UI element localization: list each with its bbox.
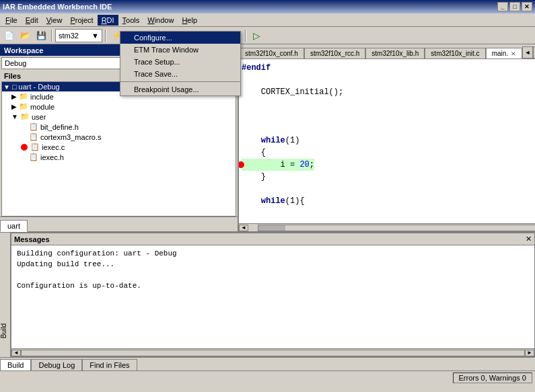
left-gutter: Build	[0, 233, 11, 357]
menu-window[interactable]: Window	[143, 15, 178, 26]
menu-configure[interactable]: Configure...	[120, 32, 240, 44]
code-text: while(1){	[242, 195, 305, 207]
build-tab-build[interactable]: Build	[0, 359, 31, 370]
code-editor[interactable]: #endif CORTEX_initial(); while(1) {	[239, 59, 535, 223]
tree-item-label: module	[30, 103, 55, 111]
menu-etm-trace-window[interactable]: ETM Trace Window	[120, 44, 240, 56]
tree-item-iexec-c[interactable]: 📋 iexec.c	[2, 142, 236, 152]
code-line-2	[242, 74, 535, 86]
message-line-1: Building configuration: uart - Debug	[17, 248, 529, 259]
save-button[interactable]: 💾	[34, 28, 48, 43]
target-dropdown[interactable]: stm32 ▼	[55, 29, 102, 42]
hscroll-track[interactable]	[258, 225, 535, 231]
file-icon: 📋	[29, 122, 38, 131]
menu-tools[interactable]: Tools	[118, 15, 144, 26]
tab-lib-h[interactable]: stm32f10x_lib.h	[365, 48, 425, 58]
toolbar-sep-1	[51, 30, 52, 42]
dropdown-arrow: ▼	[92, 32, 99, 40]
tab-conf-h[interactable]: stm32f10x_conf.h	[239, 48, 304, 58]
code-text: }	[242, 171, 266, 183]
bottom-hscroll-right[interactable]: ►	[525, 350, 534, 356]
minimize-button[interactable]: _	[497, 2, 508, 11]
code-line-4	[242, 98, 535, 110]
menu-view[interactable]: View	[42, 15, 67, 26]
tab-label: stm32f10x_lib.h	[371, 50, 419, 57]
menu-help[interactable]: Help	[178, 15, 201, 26]
file-icon: 📋	[29, 132, 38, 141]
run-button[interactable]: ▷	[249, 28, 264, 43]
tree-item-cortexm3[interactable]: 📋 cortexm3_macro.s	[2, 132, 236, 142]
tree-item-module[interactable]: ▶ 📁 module	[2, 102, 236, 112]
folder-icon: 📁	[20, 112, 30, 121]
breakpoint-marker	[21, 144, 28, 151]
close-button[interactable]: ✕	[522, 2, 532, 11]
tab-main[interactable]: main. ✕	[486, 48, 522, 59]
tab-init-c[interactable]: stm32f10x_init.c	[425, 48, 485, 58]
file-icon: 📋	[30, 143, 40, 151]
config-label: Debug	[5, 59, 26, 67]
menu-rdi[interactable]: RDI	[98, 15, 118, 26]
project-icon: □	[12, 83, 17, 91]
menu-separator	[120, 81, 240, 82]
bottom-panel-header: Messages ✕	[11, 233, 534, 245]
messages-title: Messages	[14, 235, 50, 243]
new-button[interactable]: 📄	[1, 28, 16, 43]
error-warning-status: Errors 0, Warnings 0	[453, 373, 532, 383]
open-button[interactable]: 📂	[17, 28, 32, 43]
message-line-4: Configuration is up-to-date.	[17, 280, 529, 291]
tree-item-label: bit_define.h	[40, 123, 79, 131]
bottom-panel-close[interactable]: ✕	[526, 235, 532, 243]
tree-item-iexec-h[interactable]: 📋 iexec.h	[2, 152, 236, 162]
menu-bar: File Edit View Project RDI Tools Window …	[0, 13, 535, 27]
tree-item-user[interactable]: ▼ 📁 user	[2, 112, 236, 122]
code-line-6	[242, 122, 535, 134]
hscroll-thumb	[258, 225, 285, 231]
bottom-outer: Build Messages ✕ Building configuration:…	[0, 233, 535, 357]
maximize-button[interactable]: □	[509, 2, 520, 11]
code-line-8: {	[242, 147, 535, 159]
tab-label: stm32f10x_init.c	[431, 50, 479, 57]
target-label: stm32	[59, 32, 79, 40]
expand-icon: ▼	[3, 83, 10, 91]
menu-project[interactable]: Project	[66, 15, 97, 26]
code-text: {	[242, 147, 266, 159]
window-controls: _ □ ✕	[497, 2, 532, 11]
code-line-5	[242, 110, 535, 122]
tab-close-icon[interactable]: ✕	[511, 50, 516, 57]
tab-rcc-h[interactable]: stm32f10x_rcc.h	[304, 48, 365, 58]
title-bar: IAR Embedded Workbench IDE _ □ ✕	[0, 0, 535, 13]
workspace-title: Workspace	[4, 46, 44, 54]
bottom-hscroll-track[interactable]	[21, 350, 525, 356]
build-tab-find-in-files[interactable]: Find in Files	[82, 359, 137, 370]
tree-item-bit-define[interactable]: 📋 bit_define.h	[2, 122, 236, 132]
expand-icon: ▶	[11, 103, 17, 110]
menu-breakpoint-usage[interactable]: Breakpoint Usage...	[120, 83, 240, 95]
toolbar-sep-4	[245, 30, 246, 42]
tab-scroll-left[interactable]: ◄	[522, 46, 533, 58]
code-panel: stm32f10x_conf.h stm32f10x_rcc.h stm32f1…	[239, 44, 535, 231]
toolbar-sep-2	[105, 30, 106, 42]
bottom-wrapper: Build Messages ✕ Building configuration:…	[0, 233, 535, 370]
menu-trace-save[interactable]: Trace Save...	[120, 68, 240, 80]
workspace-tab-bar: uart	[0, 217, 238, 231]
code-line-11	[242, 183, 535, 195]
code-line-10: }	[242, 171, 535, 183]
file-tree: ▼ □ uart - Debug ▶ 📁 include ▶ 📁 module …	[1, 81, 236, 217]
menu-trace-setup[interactable]: Trace Setup...	[120, 56, 240, 68]
code-text: while(1)	[242, 134, 299, 147]
build-tab-debug-log[interactable]: Debug Log	[31, 359, 82, 370]
menu-edit[interactable]: Edit	[22, 15, 42, 26]
build-vertical-label: Build	[0, 323, 7, 338]
build-tab-bar: Build Debug Log Find in Files	[0, 357, 535, 370]
tree-item-label: iexec.h	[40, 153, 64, 161]
code-hscroll: ◄ ►	[239, 223, 535, 231]
tab-label: stm32f10x_rcc.h	[310, 50, 359, 57]
expand-icon: ▶	[11, 93, 17, 100]
workspace-tab-uart[interactable]: uart	[0, 220, 28, 232]
tab-label: main.	[492, 50, 508, 57]
menu-file[interactable]: File	[1, 15, 22, 26]
main-layout: Workspace ✕ Debug ▼ Files ▼ □ uart - Deb…	[0, 44, 535, 233]
bottom-hscroll-left[interactable]: ◄	[11, 350, 21, 356]
code-area: #endif CORTEX_initial(); while(1) {	[239, 59, 535, 223]
hscroll-left[interactable]: ◄	[239, 225, 248, 231]
